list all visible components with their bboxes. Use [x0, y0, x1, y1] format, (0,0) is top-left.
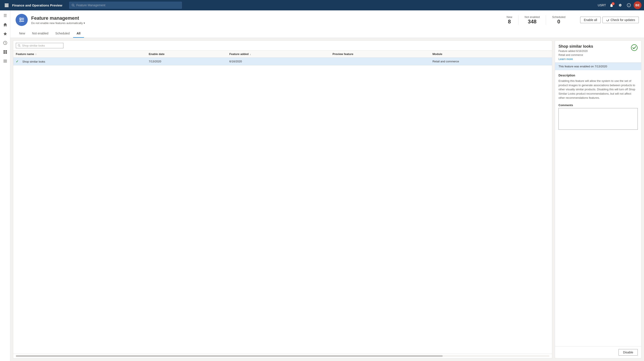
check-updates-button[interactable]: Check for updates: [602, 17, 639, 23]
tab-all[interactable]: All: [73, 30, 84, 38]
svg-rect-19: [6, 52, 7, 54]
svg-point-26: [20, 18, 21, 19]
svg-marker-14: [4, 32, 7, 35]
svg-rect-20: [4, 60, 7, 60]
stat-new-label: New: [506, 15, 512, 19]
tabs: New Not enabled Scheduled All: [16, 29, 639, 38]
svg-rect-2: [7, 4, 8, 5]
table-scrollbar[interactable]: [13, 354, 552, 358]
page-header-top: Feature management Do not enable new fea…: [16, 14, 639, 29]
waffle-menu[interactable]: [2, 1, 10, 9]
sort-desc-icon: ↓: [250, 53, 251, 56]
page-subtitle[interactable]: Do not enable new features automatically…: [31, 22, 497, 25]
table-area: Feature name ↑ Enable date Feature added…: [10, 38, 644, 361]
search-bar: [13, 41, 552, 51]
detail-enabled-banner: This feature was enabled on 7/13/2020: [555, 63, 641, 70]
svg-point-9: [72, 4, 74, 6]
page-header: Feature management Do not enable new fea…: [10, 11, 644, 38]
sort-asc-icon: ↑: [35, 53, 36, 56]
stats-area: New 8 Not enabled 348 Scheduled 0: [500, 15, 572, 25]
svg-line-10: [74, 6, 74, 7]
stat-scheduled: Scheduled 0: [546, 15, 571, 25]
col-feature-name[interactable]: Feature name ↑: [13, 51, 146, 58]
svg-rect-1: [6, 4, 7, 5]
sidebar-item-hamburger[interactable]: ☰: [1, 11, 10, 20]
sidebar-item-recent[interactable]: [1, 39, 10, 47]
sidebar-item-home[interactable]: [1, 20, 10, 29]
detail-body: Description Enabling this feature will a…: [555, 70, 641, 346]
cell-feature-name: ✓ Shop similar looks: [13, 58, 146, 65]
stat-scheduled-value: 0: [552, 19, 565, 25]
svg-point-28: [20, 21, 21, 22]
svg-rect-6: [5, 6, 6, 7]
sidebar-item-favorites[interactable]: [1, 30, 10, 38]
detail-header: Shop similar looks Feature added 6/16/20…: [555, 41, 641, 63]
svg-point-31: [631, 45, 637, 51]
col-module[interactable]: Module: [430, 51, 552, 58]
page-title: Feature management: [31, 15, 497, 21]
tab-new[interactable]: New: [16, 30, 28, 38]
table-row[interactable]: ✓ Shop similar looks 7/13/2020 6/16/2020…: [13, 58, 552, 65]
stat-not-enabled-label: Not enabled: [524, 15, 540, 19]
svg-rect-8: [7, 6, 8, 7]
table-header-row: Feature name ↑ Enable date Feature added…: [13, 51, 552, 58]
cell-preview-feature: [330, 58, 430, 65]
learn-more-link[interactable]: Learn more: [558, 57, 573, 61]
col-feature-added[interactable]: Feature added ↓: [227, 51, 330, 58]
page-title-area: Feature management Do not enable new fea…: [31, 15, 497, 25]
action-buttons: Enable all Check for updates: [580, 17, 639, 23]
svg-point-11: [611, 7, 612, 7]
tab-not-enabled[interactable]: Not enabled: [28, 30, 52, 38]
col-enable-date[interactable]: Enable date: [146, 51, 227, 58]
detail-footer: Disable: [555, 346, 641, 358]
svg-rect-16: [4, 50, 5, 52]
cell-module: Retail and commerce: [430, 58, 552, 65]
username-label: USRT: [598, 4, 606, 7]
notification-badge: 1: [612, 2, 614, 5]
svg-text:?: ?: [628, 4, 630, 7]
feature-table: Feature name ↑ Enable date Feature added…: [13, 51, 552, 354]
top-navigation: Finance and Operations Preview USRT 1 ? …: [0, 0, 644, 11]
help-button[interactable]: ?: [625, 1, 633, 9]
detail-feature-added: Feature added 6/16/2020: [558, 50, 593, 53]
description-text: Enabling this feature will allow the sys…: [558, 79, 638, 100]
feature-enabled-icon: [631, 44, 638, 51]
feature-search-input[interactable]: [22, 44, 62, 47]
scrollbar-thumb: [16, 355, 443, 357]
comments-textarea[interactable]: [558, 108, 638, 130]
scrollbar-track: [16, 355, 550, 357]
stat-new-value: 8: [506, 19, 512, 25]
detail-header-text: Shop similar looks Feature added 6/16/20…: [558, 44, 593, 61]
svg-rect-0: [5, 4, 6, 5]
notifications-button[interactable]: 1: [608, 1, 616, 9]
search-input[interactable]: [76, 4, 180, 7]
feature-management-icon: [16, 14, 28, 26]
stat-not-enabled: Not enabled 348: [518, 15, 546, 25]
disable-button[interactable]: Disable: [618, 349, 638, 355]
cell-enable-date: 7/13/2020: [146, 58, 227, 65]
stat-scheduled-label: Scheduled: [552, 15, 565, 19]
svg-rect-21: [4, 61, 7, 61]
sidebar-item-modules[interactable]: [1, 57, 10, 65]
detail-title: Shop similar looks: [558, 44, 593, 49]
settings-button[interactable]: [616, 1, 624, 9]
enable-all-button[interactable]: Enable all: [580, 17, 601, 23]
svg-rect-22: [4, 62, 7, 62]
svg-rect-3: [5, 5, 6, 6]
sidebar-item-workspaces[interactable]: [1, 48, 10, 56]
tab-scheduled[interactable]: Scheduled: [52, 30, 73, 38]
subtitle-chevron-icon: ▾: [84, 22, 85, 25]
feature-search-wrap: [16, 43, 64, 48]
feature-list-panel: Feature name ↑ Enable date Feature added…: [13, 41, 552, 358]
col-preview-feature[interactable]: Preview feature: [330, 51, 430, 58]
user-avatar[interactable]: BE: [634, 1, 642, 9]
topnav-right: USRT 1 ? BE: [598, 1, 642, 9]
main-content: Feature management Do not enable new fea…: [10, 11, 644, 361]
svg-line-30: [20, 46, 20, 47]
sidebar: ☰: [0, 11, 10, 361]
svg-rect-7: [6, 6, 7, 7]
detail-module: Retail and commerce: [558, 54, 593, 57]
stat-not-enabled-value: 348: [524, 19, 540, 25]
svg-rect-5: [7, 5, 8, 6]
cell-feature-added: 6/16/2020: [227, 58, 330, 65]
